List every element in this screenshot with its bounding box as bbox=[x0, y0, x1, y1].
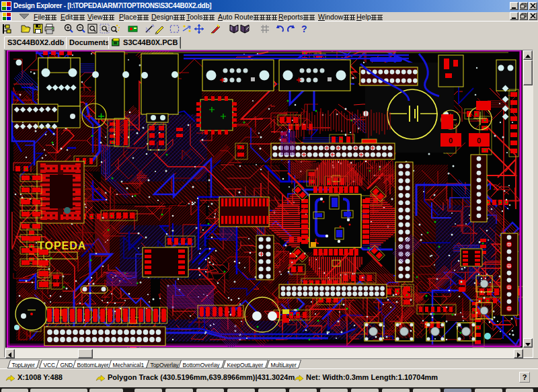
svg-text:?: ? bbox=[301, 24, 307, 34]
svg-text:0: 0 bbox=[449, 136, 453, 145]
svg-text:0: 0 bbox=[477, 136, 481, 145]
